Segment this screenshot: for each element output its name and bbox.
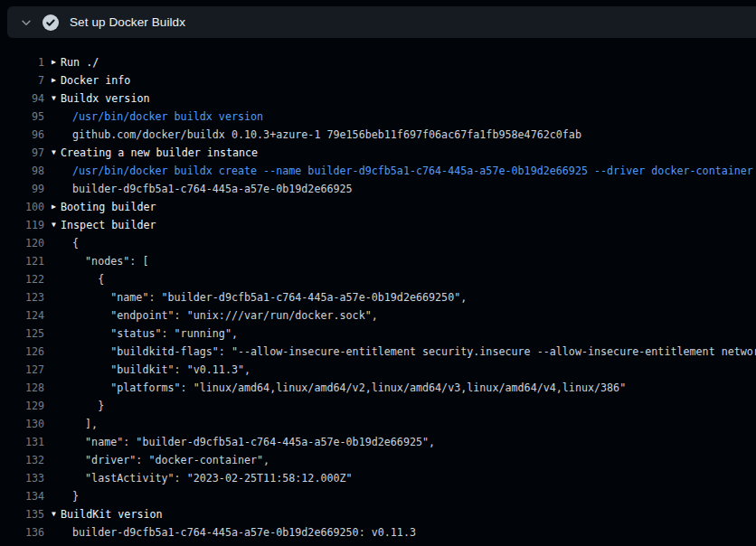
line-number[interactable]: 120 (0, 234, 44, 252)
log-line: 123 "name": "builder-d9cfb5a1-c764-445a-… (0, 288, 756, 306)
log-line: 128 "platforms": "linux/amd64,linux/amd6… (0, 379, 756, 397)
log-group-row[interactable]: 100▶Booting builder (0, 198, 756, 216)
line-number[interactable]: 99 (0, 180, 44, 198)
caret-down-icon[interactable]: ▼ (52, 505, 61, 523)
log-line: 122 { (0, 270, 756, 288)
line-number[interactable]: 129 (0, 397, 44, 415)
chevron-down-icon[interactable] (20, 16, 33, 29)
line-text: "name": "builder-d9cfb5a1-c764-445a-a57e… (72, 288, 467, 306)
line-number[interactable]: 119 (0, 216, 44, 234)
log-line: 120{ (0, 234, 756, 252)
line-text: "buildkitd-flags": "--allow-insecure-ent… (72, 343, 756, 361)
log-line: 136builder-d9cfb5a1-c764-445a-a57e-0b19d… (0, 523, 756, 541)
line-number[interactable]: 98 (0, 162, 44, 180)
line-text: "status": "running", (72, 325, 238, 343)
line-text: } (72, 487, 79, 505)
line-number[interactable]: 130 (0, 415, 44, 433)
group-title: Booting builder (61, 198, 156, 216)
log-line: 132 "driver": "docker-container", (0, 451, 756, 469)
line-number[interactable]: 122 (0, 270, 44, 288)
line-text: github.com/docker/buildx 0.10.3+azure-1 … (72, 126, 581, 144)
line-text: "endpoint": "unix:///var/run/docker.sock… (72, 306, 378, 325)
group-title: Docker info (61, 71, 130, 89)
log-group-row[interactable]: 94▼Buildx version (0, 89, 756, 108)
line-text: "buildkit": "v0.11.3", (72, 361, 250, 379)
line-number[interactable]: 100 (0, 198, 44, 216)
group-title: Buildx version (61, 89, 150, 108)
line-text: "platforms": "linux/amd64,linux/amd64/v2… (72, 379, 626, 397)
line-number[interactable]: 127 (0, 361, 44, 379)
caret-right-icon[interactable]: ▶ (52, 198, 61, 216)
step-header[interactable]: Set up Docker Buildx (7, 6, 756, 38)
line-text: builder-d9cfb5a1-c764-445a-a57e-0b19d2e6… (72, 180, 353, 198)
log-line: 131 "name": "builder-d9cfb5a1-c764-445a-… (0, 433, 756, 451)
check-circle-icon (43, 14, 59, 31)
line-number[interactable]: 124 (0, 306, 44, 325)
log-line: 121 "nodes": [ (0, 252, 756, 270)
group-title: Creating a new builder instance (61, 144, 258, 162)
line-number[interactable]: 136 (0, 523, 44, 541)
line-number[interactable]: 128 (0, 379, 44, 397)
line-number[interactable]: 97 (0, 144, 44, 162)
line-number[interactable]: 123 (0, 288, 44, 306)
line-text: ], (72, 415, 98, 433)
caret-down-icon[interactable]: ▼ (52, 144, 61, 162)
log-container: 1▶Run ./7▶Docker info94▼Buildx version95… (0, 53, 756, 541)
line-number[interactable]: 126 (0, 343, 44, 361)
line-text: /usr/bin/docker buildx create --name bui… (72, 162, 753, 180)
line-text: "lastActivity": "2023-02-25T11:58:12.000… (72, 469, 353, 487)
log-group-row[interactable]: 1▶Run ./ (0, 53, 756, 71)
log-line: 98/usr/bin/docker buildx create --name b… (0, 162, 756, 180)
line-number[interactable]: 121 (0, 252, 44, 270)
line-number[interactable]: 133 (0, 469, 44, 487)
line-number[interactable]: 135 (0, 505, 44, 523)
log-group-row[interactable]: 7▶Docker info (0, 71, 756, 89)
caret-right-icon[interactable]: ▶ (52, 71, 61, 89)
log-line: 133 "lastActivity": "2023-02-25T11:58:12… (0, 469, 756, 487)
line-text: builder-d9cfb5a1-c764-445a-a57e-0b19d2e6… (72, 523, 416, 541)
line-number[interactable]: 1 (0, 53, 44, 71)
line-text: "nodes": [ (72, 252, 148, 270)
line-number[interactable]: 125 (0, 325, 44, 343)
line-number[interactable]: 7 (0, 71, 44, 89)
line-number[interactable]: 94 (0, 89, 44, 108)
log-line: 96github.com/docker/buildx 0.10.3+azure-… (0, 126, 756, 144)
step-title: Set up Docker Buildx (70, 15, 185, 29)
log-line: 125 "status": "running", (0, 325, 756, 343)
group-title: BuildKit version (61, 505, 163, 523)
line-number[interactable]: 134 (0, 487, 44, 505)
line-number[interactable]: 95 (0, 108, 44, 126)
log-line: 134} (0, 487, 756, 505)
log-line: 99builder-d9cfb5a1-c764-445a-a57e-0b19d2… (0, 180, 756, 198)
log-group-row[interactable]: 119▼Inspect builder (0, 216, 756, 234)
line-text: { (72, 270, 104, 288)
log-group-row[interactable]: 135▼BuildKit version (0, 505, 756, 523)
line-text: /usr/bin/docker buildx version (72, 108, 263, 126)
group-title: Inspect builder (61, 216, 156, 234)
log-line: 95/usr/bin/docker buildx version (0, 108, 756, 126)
caret-down-icon[interactable]: ▼ (52, 216, 61, 234)
line-text: "driver": "docker-container", (72, 451, 269, 469)
log-group-row[interactable]: 97▼Creating a new builder instance (0, 144, 756, 162)
line-text: "name": "builder-d9cfb5a1-c764-445a-a57e… (72, 433, 435, 451)
log-line: 129 } (0, 397, 756, 415)
caret-right-icon[interactable]: ▶ (52, 53, 61, 71)
log-line: 127 "buildkit": "v0.11.3", (0, 361, 756, 379)
line-number[interactable]: 131 (0, 433, 44, 451)
line-text: } (72, 397, 104, 415)
line-text: { (72, 234, 79, 252)
line-number[interactable]: 96 (0, 126, 44, 144)
log-line: 130 ], (0, 415, 756, 433)
line-number[interactable]: 132 (0, 451, 44, 469)
log-line: 126 "buildkitd-flags": "--allow-insecure… (0, 343, 756, 361)
caret-down-icon[interactable]: ▼ (52, 89, 61, 108)
group-title: Run ./ (61, 53, 99, 71)
log-line: 124 "endpoint": "unix:///var/run/docker.… (0, 306, 756, 325)
